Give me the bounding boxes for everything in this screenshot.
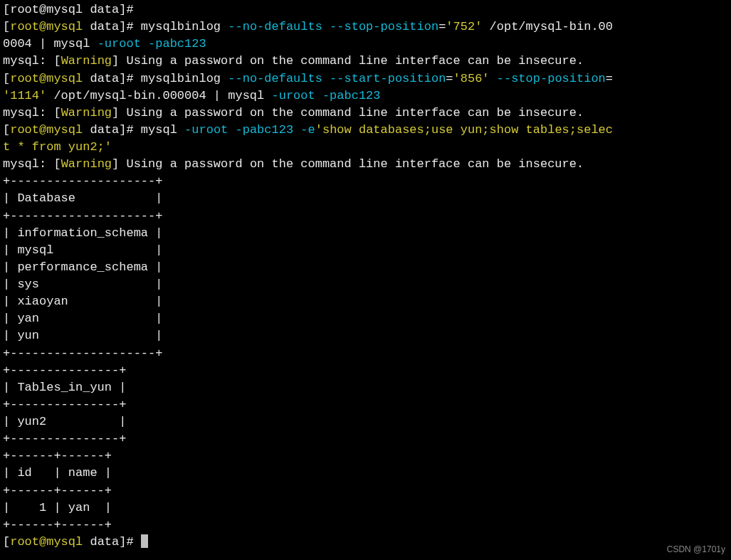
yun2-table-header: | id | name | (3, 465, 728, 482)
cmd-line-2: [root@mysql data]# mysqlbinlog --no-defa… (3, 70, 728, 88)
warning-line-1: mysql: [Warning] Using a password on the… (3, 53, 728, 70)
yun2-table-row: | 1 | yan | (3, 500, 728, 517)
tables-table-border: +---------------+ (3, 362, 728, 379)
tables-table-header: | Tables_in_yun | (3, 379, 728, 396)
cmd-line-3-wrap: t * from yun2;' (3, 139, 728, 156)
cmd-line-1-wrap: 0004 | mysql -uroot -pabc123 (3, 36, 728, 53)
db-table-header: | Database | (3, 190, 728, 207)
yun2-table-border: +------+------+ (3, 482, 728, 500)
db-table-border: +--------------------+ (3, 345, 728, 362)
cmd-line-1: [root@mysql data]# mysqlbinlog --no-defa… (3, 19, 728, 36)
cmd-line-3: [root@mysql data]# mysql -uroot -pabc123… (3, 122, 728, 139)
db-table-row: | performance_schema | (3, 259, 728, 276)
tables-table-border: +---------------+ (3, 396, 728, 413)
db-table-border: +--------------------+ (3, 208, 728, 225)
final-prompt[interactable]: [root@mysql data]# (3, 534, 728, 551)
yun2-table-border: +------+------+ (3, 517, 728, 534)
warning-line-3: mysql: [Warning] Using a password on the… (3, 156, 728, 173)
warning-line-2: mysql: [Warning] Using a password on the… (3, 105, 728, 122)
db-table-row: | yan | (3, 310, 728, 327)
db-table-row: | mysql | (3, 242, 728, 259)
truncated-top-line: [root@mysql data]# (3, 1, 728, 19)
terminal-output[interactable]: [root@mysql data]# [root@mysql data]# my… (3, 1, 728, 551)
yun2-table-border: +------+------+ (3, 448, 728, 465)
db-table-row: | xiaoyan | (3, 293, 728, 310)
db-table-row: | yun | (3, 327, 728, 344)
cmd-line-2-wrap: '1114' /opt/mysql-bin.000004 | mysql -ur… (3, 88, 728, 105)
db-table-row: | sys | (3, 276, 728, 293)
db-table-row: | information_schema | (3, 225, 728, 242)
db-table-border: +--------------------+ (3, 173, 728, 190)
tables-table-row: | yun2 | (3, 413, 728, 430)
tables-table-border: +---------------+ (3, 430, 728, 448)
watermark-text: CSDN @1701y (667, 544, 725, 556)
cursor-icon (141, 534, 148, 548)
